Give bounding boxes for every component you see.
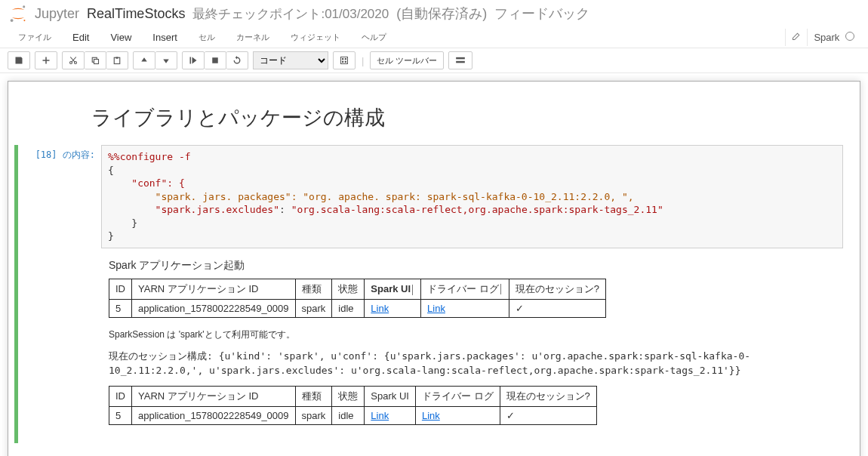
session-config: 現在のセッション構成: {u'kind': 'spark', u'conf': …: [109, 349, 843, 378]
toolbar: コード | セル ツールバー: [0, 48, 868, 73]
restart-button[interactable]: [226, 51, 248, 69]
menu-file[interactable]: ファイル: [8, 29, 62, 46]
th-driver: ドライバー ログ: [421, 279, 509, 299]
td-id: 5: [109, 406, 132, 424]
svg-rect-17: [457, 61, 466, 63]
svg-rect-11: [341, 57, 348, 64]
svg-point-2: [23, 20, 25, 21]
sparkui-link[interactable]: Link: [371, 303, 389, 314]
cell-toolbar-menu-button[interactable]: [448, 51, 472, 69]
th-current: 現在のセッション?: [500, 386, 596, 406]
svg-rect-8: [116, 57, 119, 59]
jupyter-logo-icon: [8, 3, 29, 24]
table-row: 5 application_1578002228549_0009 spark i…: [109, 299, 606, 317]
kernel-indicator-icon: [845, 32, 854, 41]
svg-rect-14: [345, 58, 346, 60]
input-area: [18] の内容: %%configure -f { "conf": { "sp…: [18, 145, 854, 248]
feedback-link[interactable]: フィードバック: [494, 5, 589, 23]
svg-rect-16: [457, 57, 466, 60]
svg-rect-9: [190, 57, 192, 64]
copy-button[interactable]: [85, 51, 106, 69]
th-sparkui: Spark UI: [365, 279, 421, 299]
cut-button[interactable]: [62, 51, 85, 69]
menu-view[interactable]: View: [100, 29, 142, 46]
th-yarn: YARN アプリケーション ID: [132, 279, 296, 299]
svg-point-1: [11, 19, 14, 22]
td-state: idle: [332, 299, 365, 317]
th-id: ID: [109, 279, 132, 299]
menu-kernel[interactable]: カーネル: [226, 29, 280, 46]
menu-cell[interactable]: セル: [188, 29, 226, 46]
notebook: ライブラリとパッケージの構成 [18] の内容: %%configure -f …: [8, 81, 860, 456]
td-kind: spark: [295, 299, 332, 317]
run-button[interactable]: [182, 51, 205, 69]
autosave-label: (自動保存済み): [396, 5, 487, 23]
th-driver: ドライバー ログ: [415, 386, 500, 406]
code-editor[interactable]: %%configure -f { "conf": { "spark. jars.…: [101, 145, 843, 248]
checkpoint-label: 最終チェックポイント:01/03/2020: [192, 5, 389, 23]
td-yarn: application_1578002228549_0009: [132, 406, 296, 424]
notebook-name[interactable]: RealTimeStocks: [87, 6, 185, 22]
paste-button[interactable]: [106, 51, 128, 69]
move-down-button[interactable]: [155, 51, 177, 69]
svg-rect-15: [345, 61, 346, 63]
menu-help[interactable]: ヘルプ: [351, 29, 397, 46]
toolbar-separator: |: [360, 55, 365, 66]
svg-rect-12: [342, 58, 343, 60]
menu-insert[interactable]: Insert: [142, 29, 188, 46]
table-header-row: ID YARN アプリケーション ID 種類 状態 Spark UI ドライバー…: [109, 386, 597, 406]
sparksession-note: SparkSession は 'spark'として利用可能です。: [109, 328, 843, 341]
driverlog-link[interactable]: Link: [422, 410, 440, 421]
notebook-container: ライブラリとパッケージの構成 [18] の内容: %%configure -f …: [0, 73, 868, 456]
td-yarn: application_1578002228549_0009: [132, 299, 296, 317]
spark-app-table-2: ID YARN アプリケーション ID 種類 状態 Spark UI ドライバー…: [109, 386, 597, 425]
cell-toolbar-button[interactable]: セル ツールバー: [370, 51, 444, 69]
markdown-heading[interactable]: ライブラリとパッケージの構成: [8, 97, 860, 145]
th-id: ID: [109, 386, 132, 406]
cell-type-select[interactable]: コード: [253, 51, 328, 69]
code-cell[interactable]: [18] の内容: %%configure -f { "conf": { "sp…: [14, 145, 854, 443]
th-kind: 種類: [295, 279, 332, 299]
menu-edit[interactable]: Edit: [62, 29, 100, 46]
th-sparkui: Spark UI: [365, 386, 416, 406]
th-state: 状態: [332, 386, 365, 406]
td-id: 5: [109, 299, 132, 317]
table-row: 5 application_1578002228549_0009 spark i…: [109, 406, 597, 424]
th-kind: 種類: [295, 386, 332, 406]
td-current: ✓: [509, 299, 605, 317]
th-state: 状態: [332, 279, 365, 299]
svg-rect-6: [94, 60, 99, 64]
output-area: Spark アプリケーション起動 ID YARN アプリケーション ID 種類 …: [18, 248, 854, 425]
menubar: ファイル Edit View Insert セル カーネル ウィジェット ヘルプ…: [0, 27, 868, 48]
command-palette-button[interactable]: [333, 51, 356, 69]
td-kind: spark: [295, 406, 332, 424]
input-prompt: [18] の内容:: [18, 145, 101, 248]
jupyter-label: Jupyter: [35, 6, 79, 22]
svg-rect-10: [212, 57, 218, 63]
sparkui-link[interactable]: Link: [371, 410, 389, 421]
svg-rect-13: [342, 61, 343, 63]
add-cell-button[interactable]: [35, 51, 57, 69]
move-up-button[interactable]: [133, 51, 155, 69]
spark-start-title: Spark アプリケーション起動: [109, 259, 843, 273]
driverlog-link[interactable]: Link: [427, 303, 445, 314]
th-current: 現在のセッション?: [509, 279, 605, 299]
spark-app-table-1: ID YARN アプリケーション ID 種類 状態 Spark UI ドライバー…: [109, 279, 606, 318]
kernel-name[interactable]: Spark: [807, 29, 860, 46]
table-header-row: ID YARN アプリケーション ID 種類 状態 Spark UI ドライバー…: [109, 279, 606, 299]
th-yarn: YARN アプリケーション ID: [132, 386, 296, 406]
notebook-header: Jupyter RealTimeStocks 最終チェックポイント:01/03/…: [0, 0, 868, 27]
edit-notebook-icon[interactable]: [785, 29, 807, 46]
td-current: ✓: [500, 406, 596, 424]
td-state: idle: [332, 406, 365, 424]
menu-widgets[interactable]: ウィジェット: [280, 29, 351, 46]
svg-point-0: [23, 5, 25, 8]
stop-button[interactable]: [205, 51, 226, 69]
save-button[interactable]: [8, 51, 30, 69]
